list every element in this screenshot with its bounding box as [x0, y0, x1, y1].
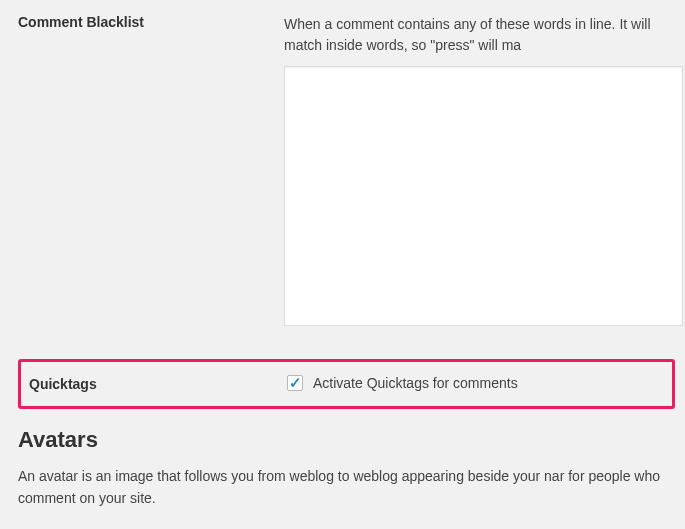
quicktags-label: Quicktags — [29, 374, 287, 392]
quicktags-row: Quicktags Activate Quicktags for comment… — [18, 359, 675, 409]
comment-blacklist-field: When a comment contains any of these wor… — [284, 14, 685, 329]
quicktags-field: Activate Quicktags for comments — [287, 375, 518, 391]
quicktags-checkbox-label: Activate Quicktags for comments — [313, 375, 518, 391]
comment-blacklist-row: Comment Blacklist When a comment contain… — [18, 14, 685, 349]
comment-blacklist-textarea[interactable] — [284, 66, 683, 326]
comment-blacklist-label: Comment Blacklist — [18, 14, 284, 30]
comment-blacklist-description: When a comment contains any of these wor… — [284, 14, 685, 56]
quicktags-checkbox[interactable] — [287, 375, 303, 391]
avatars-description: An avatar is an image that follows you f… — [18, 465, 685, 510]
avatars-heading: Avatars — [18, 427, 685, 453]
